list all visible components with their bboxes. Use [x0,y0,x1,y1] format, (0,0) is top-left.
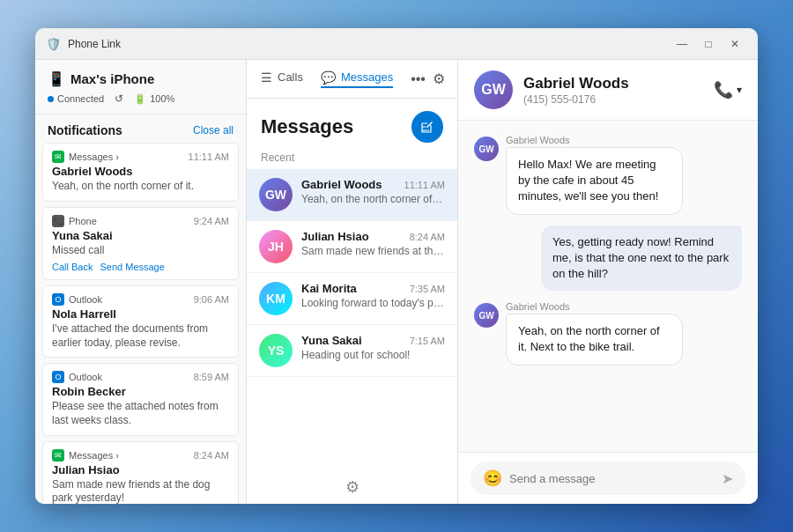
notif-source: O Outlook [52,371,102,383]
incoming-message-row: GW Gabriel Woods Hello Max! We are meeti… [474,135,742,215]
messages-icon: ✉ [52,151,64,163]
sync-icon: ↺ [115,92,123,105]
tabs-left: ☰ Calls 💬 Messages [261,70,393,88]
send-button[interactable]: ➤ [722,470,733,487]
notif-header: ✉ Messages › 11:11 AM [52,151,229,163]
notif-name: Julian Hsiao [52,463,229,477]
message-settings-icon[interactable]: ⚙ [345,477,359,497]
call-dropdown-arrow: ▾ [737,84,742,96]
msg-timestamp: 8:24 AM [410,232,445,242]
chat-input-row: 😊 ➤ [471,462,745,495]
message-list: GW Gabriel Woods 11:11 AM Yeah, on the n… [247,169,457,470]
maximize-button[interactable]: □ [696,33,721,55]
msg-sender-name: Gabriel Woods [301,178,382,191]
notif-text: Missed call [52,244,229,258]
messages-panel-title: Messages [261,115,353,138]
titlebar-left: 🛡️ Phone Link [46,37,121,51]
more-options-button[interactable]: ••• [411,71,426,87]
call-back-button[interactable]: Call Back [52,262,93,272]
chat-message-group: GW Gabriel Woods Hello Max! We are meeti… [474,135,742,215]
msg-preview: Sam made new friends at the dog park yes… [301,245,445,257]
app-window: 🛡️ Phone Link — □ ✕ 📱 Max's iPhone Conne… [35,28,758,504]
msg-sender-name: Kai Morita [301,282,357,295]
phone-link-icon: 🛡️ [46,37,61,51]
chat-contact-name: Gabriel Woods [523,75,629,92]
settings-button[interactable]: ⚙ [433,70,445,87]
notifications-header: Notifications Close all [35,115,246,143]
messages-header: Messages [247,99,457,148]
device-name-row: 📱 Max's iPhone [48,70,233,87]
connected-label: Connected [57,93,104,104]
chat-input-area: 😊 ➤ [458,452,758,504]
main-content: 📱 Max's iPhone Connected ↺ 🔋 100% [35,60,758,504]
tab-messages[interactable]: 💬 Messages [321,70,393,88]
device-icon: 📱 [48,70,65,87]
chat-message-outgoing: Yes, getting ready now! Remind me, is th… [541,225,742,292]
msg-row1: Gabriel Woods 11:11 AM [301,178,445,191]
notif-header: O Outlook 8:59 AM [52,371,229,383]
chat-contact-phone: (415) 555-0176 [523,93,629,106]
notification-item: O Outlook 9:06 AM Nola Harrell I've atta… [42,285,239,358]
chat-message-incoming: Hello Max! We are meeting by the cafe in… [506,147,683,215]
notification-item: 📞 Phone 9:24 AM Yuna Sakai Missed call C… [42,207,239,281]
messages-tab-label: Messages [341,70,393,84]
message-list-item[interactable]: JH Julian Hsiao 8:24 AM Sam made new fri… [247,221,457,273]
device-header: 📱 Max's iPhone Connected ↺ 🔋 100% [35,60,246,115]
incoming-message-row: GW Gabriel Woods Yeah, on the north corn… [474,301,742,365]
tabs: ☰ Calls 💬 Messages ••• ⚙ [247,60,457,99]
notif-source-label: Phone [69,216,97,226]
calls-tab-icon: ☰ [261,70,272,85]
msg-row1: Kai Morita 7:35 AM [301,282,445,295]
notif-header: ✉ Messages › 8:24 AM [52,449,229,462]
message-list-item[interactable]: GW Gabriel Woods 11:11 AM Yeah, on the n… [247,169,457,221]
battery-icon: 🔋 [134,93,146,105]
notif-source-label: Outlook [69,372,102,382]
clear-all-button[interactable]: Close all [193,124,233,137]
outlook-icon: O [52,371,64,383]
send-message-button[interactable]: Send Message [100,262,164,272]
notif-source: ✉ Messages › [52,151,119,163]
call-button[interactable]: 📞 ▾ [714,80,742,100]
msg-timestamp: 7:35 AM [410,284,445,294]
sidebar: 📱 Max's iPhone Connected ↺ 🔋 100% [35,60,247,504]
titlebar-controls: — □ ✕ [670,33,747,55]
chat-msg-sender: Gabriel Woods [506,135,742,145]
msg-sender-name: Yuna Sakai [301,334,362,347]
notifications-title: Notifications [48,123,122,137]
msg-list-footer: ⚙ [247,470,457,504]
new-message-button[interactable] [411,111,443,143]
chat-contact-info: Gabriel Woods (415) 555-0176 [523,75,629,106]
notification-item: O Outlook 8:59 AM Robin Becker Please se… [42,363,239,435]
chat-msg-sender: Gabriel Woods [506,301,742,312]
device-status: Connected ↺ 🔋 100% [48,92,233,105]
chat-message-incoming: Yeah, on the north corner of it. Next to… [506,314,683,365]
connected-dot [48,96,54,102]
msg-preview: Looking forward to today's practice! [301,297,445,309]
device-name-text: Max's iPhone [70,71,154,86]
chat-actions: 📞 ▾ [714,80,742,100]
notif-source: 📞 Phone [52,215,97,227]
emoji-button[interactable]: 😊 [483,469,502,488]
notif-text: Please see the attached notes from last … [52,400,229,427]
message-input[interactable] [509,472,715,485]
send-icon: ➤ [722,470,733,487]
minimize-button[interactable]: — [670,33,694,55]
msg-timestamp: 11:11 AM [404,180,445,190]
chat-contact-avatar: GW [474,70,513,109]
avatar: KM [259,282,293,315]
notif-time: 8:59 AM [194,372,229,382]
notif-name: Gabriel Woods [52,165,229,178]
notif-name: Yuna Sakai [52,229,229,242]
message-list-item[interactable]: YS Yuna Sakai 7:15 AM Heading out for sc… [247,325,457,377]
notif-source-label: Outlook [69,294,102,305]
connected-status: Connected [48,93,104,104]
close-button[interactable]: ✕ [723,33,747,55]
notif-text: I've attached the documents from earlier… [52,322,229,350]
notification-item: ✉ Messages › 11:11 AM Gabriel Woods Yeah… [42,143,239,202]
notification-item: ✉ Messages › 8:24 AM Julian Hsiao Sam ma… [42,441,239,504]
msg-preview: Heading out for school! [301,349,445,361]
message-list-item[interactable]: KM Kai Morita 7:35 AM Looking forward to… [247,273,457,325]
app-title: Phone Link [68,38,121,50]
msg-content: Yuna Sakai 7:15 AM Heading out for schoo… [301,334,445,361]
tab-calls[interactable]: ☰ Calls [261,70,303,88]
